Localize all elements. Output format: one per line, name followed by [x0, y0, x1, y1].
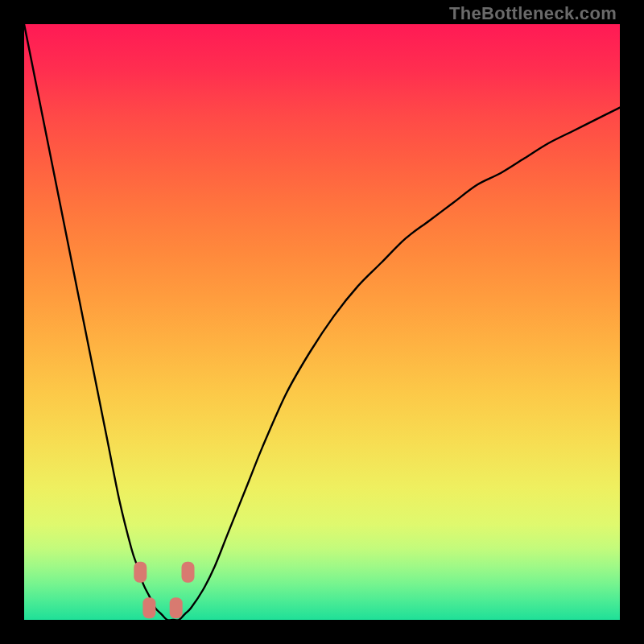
- chart-frame: [24, 24, 620, 620]
- curve-marker: [142, 597, 155, 618]
- curve-markers: [134, 562, 194, 618]
- curve-marker: [170, 597, 183, 618]
- bottleneck-curve: [24, 24, 620, 621]
- curve-marker: [182, 562, 195, 583]
- chart-svg: [24, 24, 620, 620]
- watermark-text: TheBottleneck.com: [449, 3, 617, 24]
- curve-marker: [134, 562, 147, 583]
